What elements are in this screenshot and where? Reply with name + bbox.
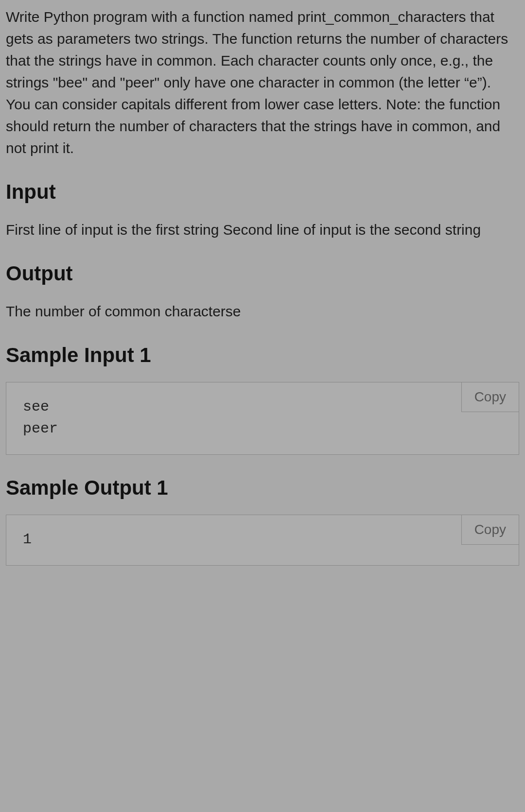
problem-description: Write Python program with a function nam… (6, 6, 519, 159)
input-heading: Input (6, 176, 519, 207)
input-description: First line of input is the first string … (6, 219, 519, 241)
sample-input-1-content: see peer (6, 382, 519, 454)
sample-output-1-content: 1 (6, 515, 519, 565)
sample-input-1-block: Copy see peer (6, 382, 519, 455)
copy-button[interactable]: Copy (461, 515, 519, 545)
sample-output-1-block: Copy 1 (6, 515, 519, 566)
sample-input-1-heading: Sample Input 1 (6, 340, 519, 370)
output-description: The number of common characterse (6, 300, 519, 322)
output-heading: Output (6, 258, 519, 289)
sample-output-1-heading: Sample Output 1 (6, 472, 519, 503)
copy-button[interactable]: Copy (461, 382, 519, 412)
